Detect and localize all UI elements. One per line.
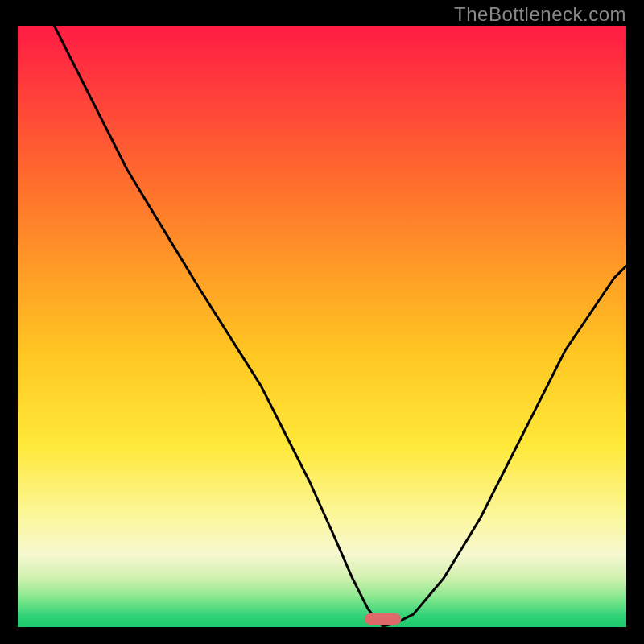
chart-frame: TheBottleneck.com [0, 0, 644, 644]
svg-rect-0 [365, 613, 401, 625]
watermark-text: TheBottleneck.com [454, 3, 626, 26]
optimal-marker [18, 26, 626, 626]
plot-area [18, 26, 626, 626]
